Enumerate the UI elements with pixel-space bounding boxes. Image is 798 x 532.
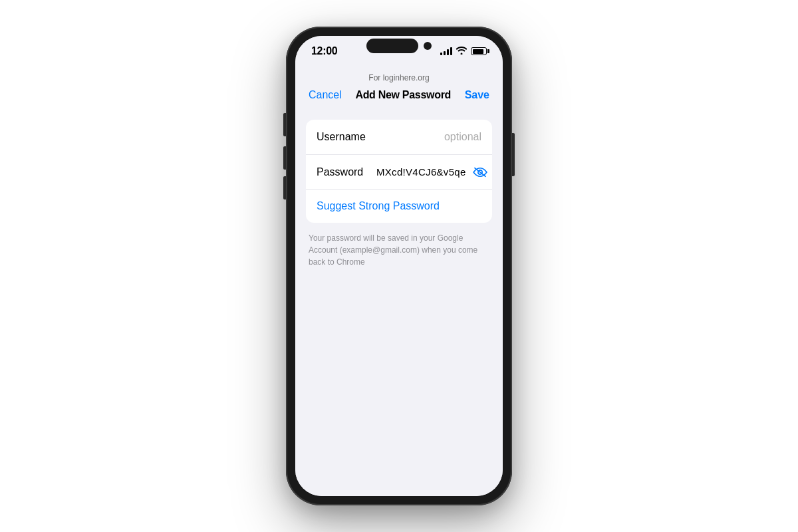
username-placeholder: optional — [444, 131, 481, 143]
battery-icon — [471, 47, 487, 55]
save-button[interactable]: Save — [465, 89, 489, 101]
suggest-strong-password-button[interactable]: Suggest Strong Password — [317, 200, 440, 212]
toggle-password-visibility-button[interactable] — [471, 166, 489, 178]
suggest-row[interactable]: Suggest Strong Password — [306, 189, 492, 223]
username-row[interactable]: Username optional — [306, 120, 492, 154]
status-bar: 12:00 — [295, 36, 503, 63]
username-value-area: optional — [376, 131, 481, 143]
notch-dot — [424, 42, 432, 50]
phone-frame: 12:00 — [286, 27, 512, 505]
password-label: Password — [317, 166, 376, 178]
for-label: For loginhere.org — [368, 73, 429, 82]
form-card: Username optional Password MXcd!V4CJ6&v5… — [306, 120, 492, 223]
notch-pill — [366, 39, 418, 53]
footer-note: Your password will be saved in your Goog… — [295, 223, 503, 277]
cancel-button[interactable]: Cancel — [309, 89, 342, 101]
password-value: MXcd!V4CJ6&v5qe — [376, 166, 466, 178]
status-time: 12:00 — [311, 45, 337, 57]
wifi-icon — [456, 47, 467, 57]
eye-slash-icon — [471, 166, 489, 178]
password-value-area: MXcd!V4CJ6&v5qe — [376, 166, 489, 178]
username-label: Username — [317, 131, 376, 143]
phone-screen: 12:00 — [295, 36, 503, 496]
status-icons — [440, 47, 487, 57]
sheet-title: Add New Password — [355, 89, 451, 101]
sheet-header: For loginhere.org Cancel Add New Passwor… — [295, 63, 503, 109]
signal-icon — [440, 47, 452, 55]
password-row[interactable]: Password MXcd!V4CJ6&v5qe — [306, 154, 492, 189]
sheet-nav: Cancel Add New Password Save — [309, 89, 489, 101]
modal-sheet: For loginhere.org Cancel Add New Passwor… — [295, 63, 503, 496]
